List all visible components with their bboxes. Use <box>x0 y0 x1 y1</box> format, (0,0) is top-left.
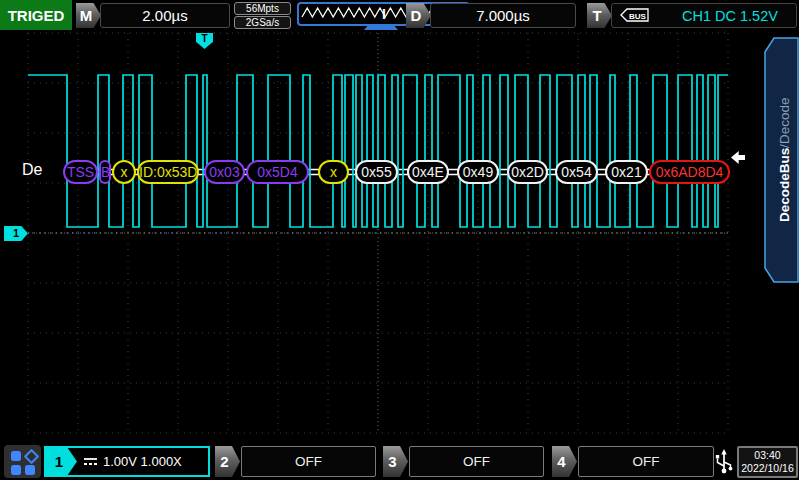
channel-1-settings: 1.00V 1.000X <box>83 454 182 469</box>
decode-label: 0x5D4 <box>246 160 309 184</box>
channel-1-badge: 1 <box>46 448 77 475</box>
decode-label: 0x54 <box>555 160 598 184</box>
decode-tab-secondary: Decode <box>777 98 792 145</box>
dc-coupling-icon <box>83 457 98 466</box>
decode-label: 0x49 <box>457 160 499 184</box>
menu-diamond-icon <box>24 449 40 465</box>
date-value: 2022/10/16 <box>739 462 796 475</box>
decode-label: x <box>318 160 349 184</box>
bottom-channel-bar: 1 1.00V 1.000X 2 OFF 3 OFF 4 OFF 03:40 2… <box>0 443 799 480</box>
channel-4-badge[interactable]: 4 <box>552 446 577 477</box>
decode-label: 0x55 <box>355 160 398 184</box>
menu-icon <box>25 465 35 475</box>
menu-button[interactable] <box>4 445 41 478</box>
clock-box[interactable]: 03:40 2022/10/16 <box>737 446 798 478</box>
decode-label: 0x21 <box>605 160 648 184</box>
decode-label: ID:0x53D <box>137 160 199 184</box>
decode-label: 0x03 <box>204 160 245 184</box>
decode-channel-label: De <box>22 161 42 179</box>
decode-label: 0x6AD8D4 <box>649 160 730 184</box>
channel-1-cell[interactable]: 1 1.00V 1.000X <box>44 446 210 477</box>
menu-icon <box>11 465 21 475</box>
channel-4-status[interactable]: OFF <box>578 446 714 477</box>
decode-label: 0x2D <box>507 160 548 184</box>
decode-label: x <box>112 160 136 184</box>
decode-menu-tab[interactable]: DecodeBus / Decode <box>764 37 799 283</box>
channel-1-scale: 1.00V 1.000X <box>103 454 182 469</box>
decode-label: B <box>99 160 111 184</box>
time-value: 03:40 <box>739 449 796 462</box>
usb-icon <box>712 447 736 477</box>
menu-icon <box>11 451 21 461</box>
decode-tab-primary: DecodeBus <box>777 148 792 222</box>
channel-3-badge[interactable]: 3 <box>383 446 408 477</box>
decode-tab-label: DecodeBus / Decode <box>771 37 797 283</box>
channel-3-status[interactable]: OFF <box>409 446 544 477</box>
decode-label: 0x4E <box>407 160 449 184</box>
decode-tab-separator: / <box>777 144 792 148</box>
channel-2-status[interactable]: OFF <box>241 446 376 477</box>
decode-bus-row: TSSBxID:0x53D0x030x5D4x0x550x4E0x490x2D0… <box>0 0 799 480</box>
decode-label: TSS <box>63 160 98 184</box>
channel-2-badge[interactable]: 2 <box>215 446 240 477</box>
